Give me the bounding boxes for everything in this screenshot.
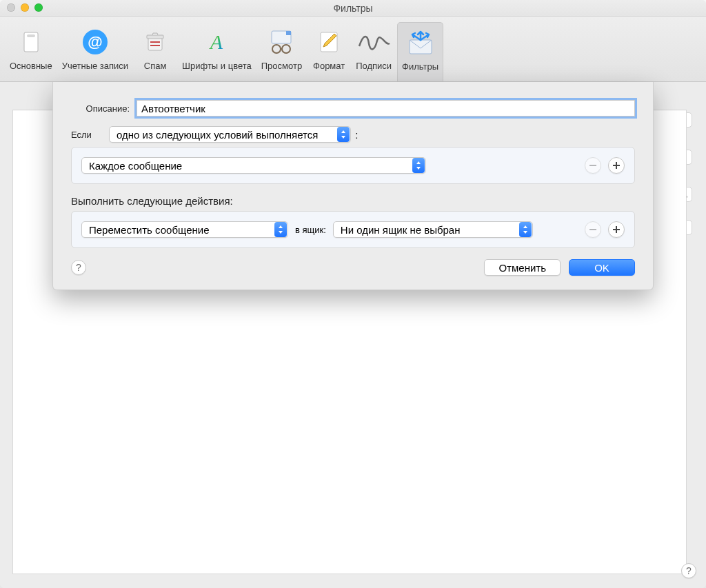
rules-icon <box>403 26 438 60</box>
add-action-button[interactable] <box>608 221 625 238</box>
preferences-toolbar: Основные @ Учетные записи Спа <box>0 17 706 82</box>
tab-label: Учетные записи <box>62 61 128 71</box>
svg-rect-18 <box>613 229 620 230</box>
general-icon <box>14 25 48 59</box>
add-condition-button[interactable] <box>608 157 625 174</box>
plus-icon <box>612 161 621 170</box>
tab-label: Основные <box>10 61 52 71</box>
svg-rect-1 <box>27 34 35 37</box>
tab-general[interactable]: Основные <box>6 22 57 81</box>
plus-icon <box>612 225 621 234</box>
minus-icon <box>589 225 597 234</box>
actions-label: Выполнить следующие действия: <box>71 195 635 207</box>
signatures-icon <box>356 25 391 59</box>
actions-group: Переместить сообщение в ящик: Ни один ящ… <box>71 211 635 248</box>
tab-label: Спам <box>144 61 167 71</box>
conditions-group: Каждое сообщение <box>71 147 635 184</box>
action-target-select[interactable]: Ни один ящик не выбран <box>333 221 533 238</box>
minimize-window-button[interactable] <box>21 3 29 12</box>
titlebar: Фильтры <box>0 0 706 17</box>
tab-label: Фильтры <box>402 61 438 72</box>
tab-viewing[interactable]: Просмотр <box>257 22 306 81</box>
svg-rect-13 <box>589 165 596 166</box>
svg-rect-5 <box>147 35 163 39</box>
chevron-updown-icon <box>412 158 425 173</box>
minus-icon <box>589 161 597 170</box>
junk-icon <box>138 25 172 59</box>
chevron-updown-icon <box>337 127 350 142</box>
tab-label: Подписи <box>356 61 392 71</box>
chevron-updown-icon <box>274 222 287 237</box>
fonts-icon: A <box>199 25 234 59</box>
if-label: Если <box>71 130 109 140</box>
accounts-icon: @ <box>78 25 112 59</box>
condition-select[interactable]: Каждое сообщение <box>81 157 426 174</box>
composing-icon <box>312 25 346 59</box>
tab-fonts[interactable]: A Шрифты и цвета <box>178 22 256 81</box>
svg-rect-15 <box>613 165 620 166</box>
sheet-help-button[interactable]: ? <box>71 260 86 275</box>
svg-rect-8 <box>286 31 291 35</box>
svg-rect-16 <box>589 229 596 230</box>
svg-text:@: @ <box>88 33 102 50</box>
tab-label: Формат <box>313 61 345 71</box>
tab-junk[interactable]: Спам <box>134 22 176 81</box>
svg-point-9 <box>272 45 281 53</box>
tab-signatures[interactable]: Подписи <box>352 22 396 81</box>
svg-point-10 <box>282 45 290 53</box>
tab-label: Просмотр <box>261 61 302 71</box>
rule-edit-sheet: Описание: Если одно из следующих условий… <box>52 82 654 290</box>
zoom-window-button[interactable] <box>34 3 43 12</box>
tab-composing[interactable]: Формат <box>307 22 350 81</box>
ok-button[interactable]: OK <box>569 259 635 276</box>
description-input[interactable] <box>137 100 635 116</box>
colon-text: : <box>355 129 358 141</box>
tab-accounts[interactable]: @ Учетные записи <box>58 22 132 81</box>
remove-condition-button[interactable] <box>585 157 601 174</box>
action-mid-label: в ящик: <box>295 225 326 235</box>
action-type-select[interactable]: Переместить сообщение <box>81 221 288 238</box>
svg-text:A: A <box>209 30 223 53</box>
description-label: Описание: <box>71 103 137 114</box>
close-window-button[interactable] <box>7 3 15 12</box>
svg-rect-4 <box>148 38 162 50</box>
tab-label: Шрифты и цвета <box>182 61 252 71</box>
chevron-updown-icon <box>519 222 532 237</box>
if-condition-select[interactable]: одно из следующих условий выполняется <box>109 126 351 143</box>
cancel-button[interactable]: Отменить <box>484 259 561 276</box>
remove-action-button[interactable] <box>585 221 601 238</box>
viewing-icon <box>264 25 299 59</box>
window-title: Фильтры <box>333 3 372 14</box>
tab-rules[interactable]: Фильтры <box>397 22 443 81</box>
help-button[interactable]: ? <box>681 563 696 578</box>
